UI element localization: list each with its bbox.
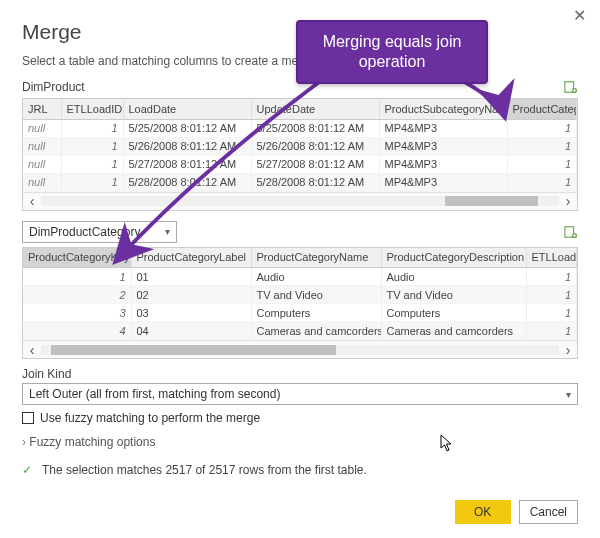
check-icon: ✓ bbox=[22, 463, 36, 477]
cancel-button[interactable]: Cancel bbox=[519, 500, 578, 524]
col-jrl[interactable]: JRL bbox=[23, 99, 61, 119]
table2-grid: ProductCategoryKey ProductCategoryLabel … bbox=[22, 247, 578, 360]
table2-select[interactable]: DimProductCategory ▾ bbox=[22, 221, 177, 243]
chevron-down-icon: ▾ bbox=[566, 389, 571, 400]
chevron-down-icon: ▾ bbox=[165, 226, 170, 237]
table1-header-row: JRL ETLLoadID LoadDate UpdateDate Produc… bbox=[23, 99, 577, 119]
col-etlloadid[interactable]: ETLLoadID bbox=[61, 99, 123, 119]
table-row[interactable]: null 1 5/27/2008 8:01:12 AM 5/27/2008 8:… bbox=[23, 155, 577, 173]
fuzzy-checkbox-label: Use fuzzy matching to perform the merge bbox=[40, 411, 260, 425]
table1-hscroll[interactable]: ‹ › bbox=[23, 192, 577, 210]
scroll-right-icon[interactable]: › bbox=[559, 194, 577, 208]
table-row[interactable]: null 1 5/26/2008 8:01:12 AM 5/26/2008 8:… bbox=[23, 137, 577, 155]
table-row[interactable]: 1 01 Audio Audio 1 bbox=[23, 268, 577, 286]
join-kind-label: Join Kind bbox=[22, 367, 578, 381]
table-row[interactable]: null 1 5/28/2008 8:01:12 AM 5/28/2008 8:… bbox=[23, 173, 577, 191]
table1-name: DimProduct bbox=[22, 80, 85, 94]
table-row[interactable]: null 1 5/25/2008 8:01:12 AM 5/25/2008 8:… bbox=[23, 119, 577, 137]
status-text: The selection matches 2517 of 2517 rows … bbox=[42, 463, 367, 477]
preview-icon[interactable] bbox=[564, 225, 578, 239]
preview-icon[interactable] bbox=[564, 80, 578, 94]
table2-header-row: ProductCategoryKey ProductCategoryLabel … bbox=[23, 248, 577, 268]
table-row[interactable]: 2 02 TV and Video TV and Video 1 bbox=[23, 286, 577, 304]
scroll-right-icon[interactable]: › bbox=[559, 343, 577, 357]
fuzzy-options-expander[interactable]: Fuzzy matching options bbox=[22, 435, 578, 449]
table2-selected-value: DimProductCategory bbox=[29, 225, 140, 239]
table1-grid: JRL ETLLoadID LoadDate UpdateDate Produc… bbox=[22, 98, 578, 211]
col-productcategorykey[interactable]: ProductCategoryKey bbox=[23, 248, 131, 268]
scroll-left-icon[interactable]: ‹ bbox=[23, 194, 41, 208]
col-loaddate[interactable]: LoadDate bbox=[123, 99, 251, 119]
close-icon[interactable]: ✕ bbox=[573, 6, 586, 25]
col-productcategorylabel[interactable]: ProductCategoryLabel bbox=[131, 248, 251, 268]
table-row[interactable]: 3 03 Computers Computers 1 bbox=[23, 304, 577, 322]
col-productsubcategoryname[interactable]: ProductSubcategoryName bbox=[379, 99, 507, 119]
col-productcategorykey[interactable]: ProductCategoryKey bbox=[507, 99, 577, 119]
scroll-left-icon[interactable]: ‹ bbox=[23, 343, 41, 357]
annotation-callout: Merging equals join operation bbox=[296, 20, 488, 84]
col-productcategoryname[interactable]: ProductCategoryName bbox=[251, 248, 381, 268]
col-updatedate[interactable]: UpdateDate bbox=[251, 99, 379, 119]
fuzzy-checkbox[interactable] bbox=[22, 412, 34, 424]
cursor-icon bbox=[440, 434, 454, 452]
col-etlloadid[interactable]: ETLLoadID bbox=[526, 248, 577, 268]
col-productcategorydescription[interactable]: ProductCategoryDescription bbox=[381, 248, 526, 268]
table2-hscroll[interactable]: ‹ › bbox=[23, 340, 577, 358]
ok-button[interactable]: OK bbox=[455, 500, 511, 524]
join-kind-value: Left Outer (all from first, matching fro… bbox=[29, 387, 280, 401]
join-kind-select[interactable]: Left Outer (all from first, matching fro… bbox=[22, 383, 578, 405]
table-row[interactable]: 4 04 Cameras and camcorders Cameras and … bbox=[23, 322, 577, 340]
